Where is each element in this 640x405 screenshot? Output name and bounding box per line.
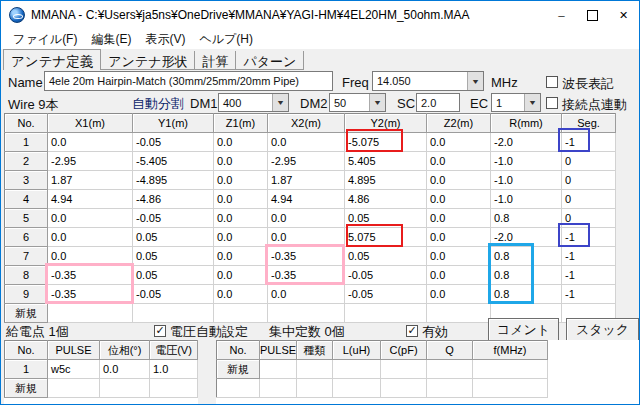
cell[interactable]: -2.95	[48, 152, 133, 171]
cell[interactable]	[427, 360, 473, 379]
chevron-down-icon[interactable]	[272, 94, 288, 111]
cell[interactable]	[100, 379, 150, 398]
cell[interactable]: -2.0	[491, 133, 562, 152]
menu-view[interactable]: 表示(V)	[138, 29, 192, 50]
cell[interactable]: 0.0	[214, 190, 268, 209]
cell[interactable]: -4.86	[133, 190, 214, 209]
cell[interactable]: 0.0	[427, 133, 491, 152]
cell[interactable]	[133, 304, 214, 323]
cell[interactable]: -1	[562, 247, 616, 266]
dm1-combo[interactable]: 400	[218, 93, 289, 112]
cell[interactable]: 0.05	[133, 228, 214, 247]
cell[interactable]: 0.0	[214, 228, 268, 247]
cell[interactable]	[48, 379, 100, 398]
stack-button[interactable]: スタック	[566, 318, 639, 341]
cell[interactable]: -0.35	[48, 266, 133, 285]
cell[interactable]: 1.87	[48, 171, 133, 190]
menu-edit[interactable]: 編集(E)	[84, 29, 138, 50]
cell[interactable]: -5.405	[133, 152, 214, 171]
cell[interactable]: 0.8	[491, 209, 562, 228]
cell[interactable]: 0.0	[214, 209, 268, 228]
cell[interactable]: 0.05	[133, 247, 214, 266]
cell[interactable]: -5.075	[345, 133, 427, 152]
cell[interactable]	[473, 379, 548, 398]
cell[interactable]: 0.0	[214, 152, 268, 171]
cell[interactable]	[333, 379, 381, 398]
row-number-cell[interactable]: 新規	[5, 304, 48, 323]
row-number-cell[interactable]: 新規	[5, 379, 48, 398]
cell[interactable]	[381, 360, 427, 379]
row-number-cell[interactable]: 新規	[217, 360, 260, 379]
cell[interactable]: 4.94	[48, 190, 133, 209]
cell[interactable]: 0.0	[48, 247, 133, 266]
cell[interactable]: 0.8	[491, 266, 562, 285]
dm2-combo[interactable]: 50	[329, 93, 386, 112]
cell[interactable]	[427, 379, 473, 398]
row-number-cell[interactable]: 6	[5, 228, 48, 247]
auto-voltage-checkbox[interactable]	[154, 325, 166, 337]
cell[interactable]	[268, 304, 345, 323]
cell[interactable]: 0.0	[427, 152, 491, 171]
cell[interactable]	[297, 379, 333, 398]
title-bar[interactable]: MMANA - C:¥Users¥ja5ns¥OneDrive¥MMANA¥YA…	[1, 1, 639, 29]
cell[interactable]: 0.0	[214, 133, 268, 152]
cell[interactable]: -0.35	[268, 266, 345, 285]
ec-combo[interactable]: 1	[491, 93, 541, 112]
cell[interactable]: -1	[562, 133, 616, 152]
cell[interactable]: 0.0	[427, 209, 491, 228]
cell[interactable]: -1.0	[491, 190, 562, 209]
cell[interactable]: -0.05	[133, 209, 214, 228]
row-number-cell[interactable]: 3	[5, 171, 48, 190]
cell[interactable]: 0.0	[427, 247, 491, 266]
row-number-cell[interactable]: 4	[5, 190, 48, 209]
name-input[interactable]: 4ele 20m Hairpin-Match (30mm/25mm/20mm P…	[44, 71, 333, 91]
cell[interactable]: -1	[562, 228, 616, 247]
cell[interactable]: 0.0	[100, 360, 150, 379]
cell[interactable]: 0	[562, 209, 616, 228]
freq-combo[interactable]: 14.050	[372, 71, 484, 91]
comment-button[interactable]: コメント	[488, 318, 559, 341]
cell[interactable]: 0.0	[214, 171, 268, 190]
cell[interactable]: 0	[562, 171, 616, 190]
tab-antenna-shape[interactable]: アンテナ形状	[101, 51, 195, 70]
cell[interactable]: -0.05	[133, 285, 214, 304]
maximize-button[interactable]	[577, 1, 608, 29]
row-number-cell[interactable]: 1	[5, 360, 48, 379]
cell[interactable]: 0.0	[48, 228, 133, 247]
sc-input[interactable]: 2.0	[416, 93, 460, 112]
row-number-cell[interactable]: 1	[5, 133, 48, 152]
tab-calculate[interactable]: 計算	[195, 51, 236, 70]
close-button[interactable]	[608, 1, 639, 29]
cell[interactable]	[381, 379, 427, 398]
cell[interactable]: 0.0	[214, 247, 268, 266]
cell[interactable]: w5c	[48, 360, 100, 379]
cell[interactable]	[297, 360, 333, 379]
cell[interactable]: -1	[562, 285, 616, 304]
cell[interactable]: 0	[562, 190, 616, 209]
cell[interactable]	[473, 360, 548, 379]
cell[interactable]: 0.05	[133, 266, 214, 285]
row-number-cell[interactable]: 9	[5, 285, 48, 304]
cell[interactable]: 0.0	[214, 285, 268, 304]
cell[interactable]	[217, 379, 260, 398]
tab-pattern[interactable]: パターン	[236, 51, 304, 70]
cell[interactable]: -1	[562, 266, 616, 285]
chevron-down-icon[interactable]	[369, 94, 385, 111]
cell[interactable]: 0.0	[427, 285, 491, 304]
connect-points-checkbox[interactable]	[546, 97, 558, 109]
cell[interactable]: -2.0	[491, 228, 562, 247]
row-number-cell[interactable]: 2	[5, 152, 48, 171]
cell[interactable]	[260, 360, 297, 379]
cell[interactable]: 0.0	[214, 266, 268, 285]
cell[interactable]: 0.0	[427, 266, 491, 285]
cell[interactable]: 0.0	[268, 209, 345, 228]
cell[interactable]: -0.05	[345, 285, 427, 304]
row-number-cell[interactable]: 5	[5, 209, 48, 228]
cell[interactable]	[48, 304, 133, 323]
cell[interactable]: 0	[562, 152, 616, 171]
minimize-button[interactable]	[546, 1, 577, 29]
cell[interactable]: 0.0	[427, 190, 491, 209]
cell[interactable]: 4.895	[345, 171, 427, 190]
cell[interactable]: 0.0	[48, 209, 133, 228]
cell[interactable]: -0.05	[345, 266, 427, 285]
